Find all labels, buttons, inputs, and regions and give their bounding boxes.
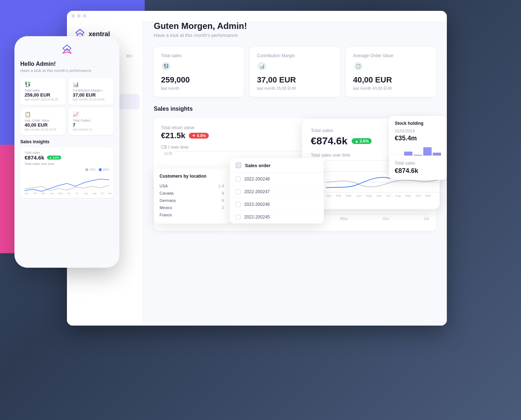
so-checkbox-3[interactable] [236, 202, 241, 207]
stat-card-avg-order: Average Order Value 📋 40,00 EUR last mon… [346, 47, 436, 97]
cust-val-usa: 1.4 [219, 184, 224, 188]
phone-stat-value-1: 259,00 EUR [25, 92, 61, 98]
stat-card-margin: Contribution Margin 📊 37,00 EUR last mon… [250, 47, 340, 97]
phone-ts-value: €874.6k [25, 154, 44, 161]
phone-stat-total-orders: 📈 Total Orders 7 last month 12 [68, 108, 114, 135]
cust-country-usa: USA [160, 184, 168, 188]
cust-row-germany: Germany 6 [160, 197, 224, 204]
window-chrome [67, 11, 447, 21]
phone-stat-avg-order: 📋 Avg. Order Value 40,00 EUR last month … [20, 108, 65, 135]
phone-stats-grid: 💱 Total sales 259,00 EUR last month 259,… [20, 78, 114, 135]
phone-stat-sub-1: last month 259,00 EUR [25, 98, 61, 101]
svg-text:Apr: Apr [50, 192, 54, 195]
svg-text:Feb: Feb [33, 192, 37, 195]
stat-value-avg-order: 40,00 EUR [353, 75, 429, 85]
x-jul: Jul [424, 216, 429, 224]
svg-text:Mar: Mar [42, 192, 46, 195]
so-row-2[interactable]: 2022-200247 [230, 186, 324, 198]
sidebar-shortcut-smart-search: ⌘K [126, 54, 132, 59]
so-select-all[interactable] [236, 162, 241, 168]
so-checkbox-4[interactable] [236, 215, 241, 220]
svg-text:May: May [59, 192, 63, 195]
stat-card-total-sales: Total sales 💱 259,000 last month [154, 47, 244, 97]
so-row-4[interactable]: 2022-200245 [230, 211, 324, 224]
stat-sub-avg-order: last month 43,00 EUR [353, 86, 429, 90]
ft-chart-sub: Total sales over time [311, 153, 350, 158]
cust-country-canada: Canada [160, 191, 174, 195]
ft-value: €874.6k [311, 135, 347, 147]
svg-text:Nov: Nov [108, 192, 112, 195]
cb-chart-label: CB I over time [161, 145, 189, 150]
phone-insights-card: Total sales €874.6k ▲ 2.6% Total sales o… [20, 147, 114, 198]
cust-val-canada: 9 [222, 191, 224, 195]
stat-label-margin: Contribution Margin [257, 53, 332, 58]
stock-title: Stock holding [395, 121, 441, 126]
svg-text:💱: 💱 [164, 63, 169, 69]
so-header-label: Sales order [245, 163, 271, 168]
svg-text:Sep: Sep [92, 192, 96, 195]
phone-chart: Jan Feb Mar Apr May Jun Jul Aug Sep Oct … [25, 173, 109, 194]
so-header: Sales order [230, 158, 324, 173]
so-row-1[interactable]: 2022-200248 [230, 173, 324, 186]
return-badge: ▼ 0.8% [189, 133, 209, 139]
customers-card: Customers by location USA 1.4 Canada 9 G… [154, 169, 230, 224]
desktop-window: xentral Smart Search ⌘K Purchasing [67, 11, 447, 326]
phone-mockup: Hello Admin! Have a look at this month's… [14, 36, 119, 268]
so-row-3[interactable]: 2022-200246 [230, 198, 324, 211]
stat-icon-total-sales: 💱 [161, 61, 237, 73]
x-may: May [340, 216, 348, 224]
phone-stat-sub-2: last month 25,00 EUR [73, 98, 109, 101]
phone-legend-2022: 2022 [103, 168, 109, 171]
phone-stat-icon-4: 📈 [73, 111, 109, 117]
svg-text:📊: 📊 [259, 63, 265, 69]
phone-logo [20, 43, 114, 56]
greeting-title: Guten Morgen, Admin! [154, 21, 436, 31]
so-checkbox-1[interactable] [236, 177, 241, 182]
ts-x-axis: Jan Feb Mar Apr May Jun Jul Aug Sep Oct … [326, 194, 431, 200]
cust-row-france: France [160, 211, 224, 219]
so-checkbox-2[interactable] [236, 189, 241, 194]
svg-text:Jun: Jun [67, 192, 71, 195]
phone-stat-icon-1: 💱 [25, 81, 61, 87]
cust-row-canada: Canada 9 [160, 190, 224, 197]
customers-title: Customers by location [160, 174, 224, 179]
stat-label-avg-order: Average Order Value [353, 53, 429, 58]
phone-stat-total-sales: 💱 Total sales 259,00 EUR last month 259,… [20, 78, 65, 105]
stat-value-total-sales: 259,000 [161, 75, 237, 85]
stat-sub-total-sales: last month [161, 86, 237, 90]
total-sales-side-card: Total sales €874.6k [389, 156, 447, 180]
stat-icon-margin: 📊 [257, 61, 332, 73]
phone-stat-label-1: Total sales [25, 89, 61, 92]
sales-insights-title: Sales insights [154, 106, 436, 112]
cust-val-germany: 6 [222, 198, 224, 203]
phone-greeting: Hello Admin! [20, 61, 114, 67]
phone-chart-legend: 2021 2022 [25, 168, 109, 171]
chrome-dot-2 [77, 14, 81, 18]
svg-point-0 [66, 49, 68, 51]
so-order-4: 2022-200245 [244, 215, 270, 220]
ft-badge: ▲ 2.6% [352, 138, 372, 144]
phone-stat-label-4: Total Orders [73, 119, 109, 122]
chrome-dot-1 [71, 14, 75, 18]
x-jun: Jun [382, 216, 389, 224]
main-content: Guten Morgen, Admin! Have a look at this… [143, 11, 447, 326]
sales-order-dropdown: Sales order 2022-200248 2022-200247 2022… [230, 158, 324, 224]
so-order-1: 2022-200248 [244, 177, 270, 182]
svg-text:Jan: Jan [25, 192, 28, 195]
phone-badge: ▲ 2.6% [47, 156, 61, 160]
phone-subtitle: Have a look at this month's performance [20, 68, 114, 73]
stat-label-total-sales: Total sales [161, 53, 237, 58]
phone-chart-sub: Total sales over time [25, 162, 109, 166]
stock-value: €35.4m [395, 135, 441, 142]
stat-icon-avg-order: 📋 [353, 61, 429, 73]
svg-text:Oct: Oct [101, 192, 105, 195]
cust-country-germany: Germany [160, 198, 176, 203]
phone-stat-label-2: Contribution Margin I [73, 89, 109, 92]
so-order-2: 2022-200247 [244, 189, 270, 194]
cust-row-mexico: Mexico 2 [160, 204, 224, 211]
cust-val-mexico: 2 [222, 205, 224, 210]
phone-legend-2021: 2021 [89, 168, 96, 171]
svg-text:Jul: Jul [75, 192, 79, 195]
stats-row: Total sales 💱 259,000 last month Contrib… [154, 47, 436, 97]
svg-text:📋: 📋 [355, 63, 361, 69]
